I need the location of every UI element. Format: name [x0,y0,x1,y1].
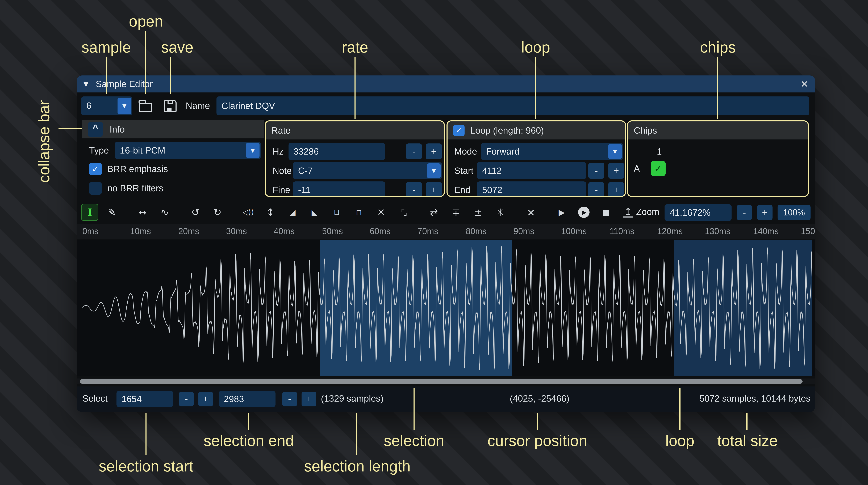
annotation-line-collapse-bar [59,128,82,129]
waveform-canvas[interactable] [77,240,815,376]
chevron-down-icon[interactable]: ▼ [246,143,260,158]
undo-button[interactable]: ↺ [187,204,204,221]
titlebar[interactable]: ▼ Sample Editor ✕ [77,75,815,93]
hz-decrement-button[interactable]: - [406,143,422,159]
annotation-collapse-bar: collapse bar [35,77,53,183]
loop-end-decrement-button[interactable]: - [588,182,604,197]
timeline-tick: 150 [801,226,815,236]
sign-flip-button[interactable]: ± [470,204,487,221]
desktop-background: { "annotations": { "sample": "sample", "… [0,0,868,485]
selection-start-input[interactable] [117,391,173,407]
rate-panel-header: Rate [266,122,444,140]
type-dropdown[interactable]: 16-bit PCM ▼ [115,142,261,159]
zoom-in-button[interactable]: + [757,205,772,220]
timeline-tick: 110ms [610,226,634,236]
loop-panel-title: Loop (length: 960) [470,125,544,136]
edit-mode-icon: I [88,206,92,218]
info-panel: ^ Info Type 16-bit PCM ▼ ✓ BRR emphasis … [82,120,264,197]
timeline-ruler[interactable]: 0ms 10ms 20ms 30ms 40ms 50ms 60ms 70ms 8… [77,224,815,239]
name-input[interactable] [216,96,809,115]
selection-start-increment-button[interactable]: + [198,392,213,407]
redo-button[interactable]: ↻ [209,204,226,221]
window-collapse-icon[interactable]: ▼ [84,80,88,88]
chip-a-checkbox[interactable]: ✓ [651,161,665,176]
selection-length-text: (1329 samples) [321,393,384,403]
sample-selector[interactable]: 6 ▼ [81,96,132,115]
resample-button[interactable]: ∿ [156,204,173,221]
chevron-down-icon[interactable]: ▼ [118,98,131,114]
annotation-line-chips [717,57,718,119]
amplify-button[interactable]: ◁)) [240,204,257,221]
loop-start-increment-button[interactable]: + [608,163,624,179]
loop-start-input[interactable] [477,162,586,179]
insert-silence-button[interactable]: ⊔ [328,204,345,221]
annotation-line-total-size [746,413,747,430]
horizontal-scrollbar[interactable] [77,379,815,384]
zoom-reset-button[interactable]: 100% [778,205,810,220]
crossfade-button[interactable]: ⨯ [523,204,539,221]
annotation-loop: loop [499,38,572,56]
mode-label: Mode [454,143,477,160]
timeline-tick: 10ms [130,226,151,236]
brr-emphasis-label: BRR emphasis [107,163,168,175]
fine-decrement-button[interactable]: - [406,182,422,197]
delete-button[interactable]: ✕ [373,204,390,221]
normalize-button[interactable]: ↕ [262,204,279,221]
name-label: Name [186,96,210,115]
amplify-icon: ◁)) [243,208,254,217]
loop-panel: ✓ Loop (length: 960) Mode Forward ▼ Star… [446,120,626,197]
trim-button[interactable]: ⌜⌟ [395,204,412,221]
filter-button[interactable]: ✳ [492,204,509,221]
loop-panel-header: ✓ Loop (length: 960) [447,122,625,140]
annotation-rate: rate [318,38,392,56]
annotation-total-size: total size [702,432,794,450]
save-button[interactable] [162,98,179,115]
loop-start-decrement-button[interactable]: - [588,163,604,179]
rate-panel: Rate Hz - + Note C-7 ▼ Fine - + [265,120,445,197]
loop-enable-checkbox[interactable]: ✓ [453,125,464,136]
loop-mode-dropdown[interactable]: Forward ▼ [481,143,623,160]
fade-out-button[interactable]: ◣ [306,204,323,221]
reverse-button[interactable]: ⇄ [425,204,442,221]
stop-button[interactable]: ■ [597,204,614,221]
reverse-icon: ⇄ [430,206,438,218]
timeline-tick: 50ms [322,226,343,236]
fine-increment-button[interactable]: + [426,182,442,197]
loop-end-increment-button[interactable]: + [608,182,624,197]
selection-end-decrement-button[interactable]: - [282,392,297,407]
annotation-open: open [114,12,178,30]
timeline-tick: 120ms [657,226,683,236]
selection-start-decrement-button[interactable]: - [179,392,194,407]
chevron-down-icon[interactable]: ▼ [427,163,441,178]
upload-button[interactable]: ↥ [620,204,637,221]
chevron-down-icon[interactable]: ▼ [608,144,622,159]
brr-emphasis-checkbox[interactable]: ✓ [89,163,102,175]
scrollbar-thumb[interactable] [80,379,803,384]
chevron-up-icon: ^ [93,123,98,134]
preview-button[interactable]: ▶ [553,204,570,221]
apply-silence-button[interactable]: ⊓ [350,204,367,221]
edit-mode-button[interactable]: I [81,204,98,221]
note-dropdown[interactable]: C-7 ▼ [293,162,442,179]
selection-end-increment-button[interactable]: + [302,392,316,407]
invert-button[interactable]: ∓ [447,204,465,221]
fade-in-button[interactable]: ◢ [284,204,301,221]
sample-editor-window: ▼ Sample Editor ✕ 6 ▼ Name ^ Info Type 1… [77,75,815,412]
collapse-bar-button[interactable]: ^ [88,122,103,137]
fine-input[interactable] [293,182,385,197]
check-icon: ✓ [453,125,464,136]
play-position-button[interactable]: ▶ [575,204,592,221]
no-brr-filters-checkbox[interactable] [89,182,102,195]
draw-mode-button[interactable]: ✎ [103,204,120,221]
hz-increment-button[interactable]: + [426,143,442,159]
close-button[interactable]: ✕ [801,79,808,89]
resize-button[interactable]: ↔ [134,204,151,221]
chips-panel: Chips 1 A ✓ [627,120,809,197]
zoom-input[interactable] [664,204,732,221]
selection-end-input[interactable] [219,391,276,407]
zoom-out-button[interactable]: - [737,205,752,220]
loop-end-input[interactable] [477,182,586,197]
annotation-selection-length: selection length [294,457,420,475]
open-button[interactable] [137,98,154,115]
hz-input[interactable] [288,143,385,160]
